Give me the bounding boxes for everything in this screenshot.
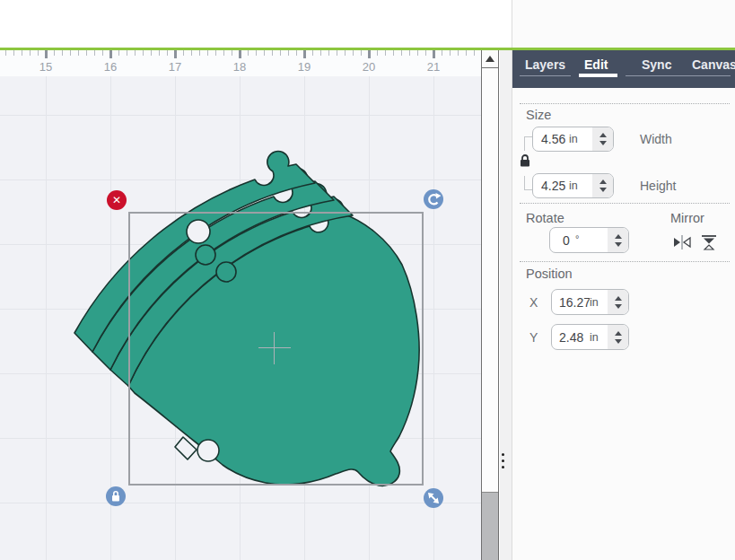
stepper-up-icon[interactable]: [615, 296, 622, 301]
tab-layers[interactable]: Layers: [525, 57, 565, 72]
width-input-box: in: [532, 127, 614, 152]
position-x-unit: in: [590, 296, 599, 309]
position-y-label: Y: [529, 330, 538, 345]
panel-drag-handle[interactable]: [502, 453, 504, 468]
toolbar-divider: [0, 48, 735, 50]
canvas-area: 15161718192021: [0, 0, 481, 560]
stepper-down-icon[interactable]: [615, 242, 622, 247]
padlock-icon: [106, 486, 126, 506]
flip-vertical-icon: [700, 233, 718, 251]
design-canvas-page: 15161718192021: [0, 0, 735, 560]
stepper-down-icon[interactable]: [615, 339, 622, 344]
position-x-label: X: [529, 295, 538, 310]
size-link-bracket: [524, 176, 532, 190]
panel-tab-bar: Layers Edit Sync Canvas: [512, 50, 735, 88]
width-input[interactable]: [533, 132, 569, 146]
position-section-label: Position: [526, 267, 573, 281]
drag-dot-icon: [502, 466, 504, 468]
rotate-handle[interactable]: [424, 189, 443, 209]
tab-sync[interactable]: Sync: [642, 57, 671, 72]
height-label: Height: [640, 179, 676, 193]
separator: [520, 103, 730, 104]
lock-handle[interactable]: [106, 486, 126, 506]
stepper-up-icon[interactable]: [599, 179, 607, 184]
height-input[interactable]: [533, 179, 569, 193]
size-link-bracket: [524, 136, 532, 151]
position-y-input[interactable]: [552, 330, 590, 345]
triangle-up-icon: [486, 56, 494, 62]
tab-edit[interactable]: Edit: [584, 57, 608, 72]
width-label: Width: [640, 132, 672, 146]
stepper-down-icon[interactable]: [599, 188, 607, 192]
size-lock-toggle[interactable]: [518, 153, 532, 168]
height-stepper[interactable]: [592, 174, 613, 197]
selection-box[interactable]: [128, 212, 424, 486]
position-y-stepper[interactable]: [608, 325, 628, 349]
flip-horizontal-icon: [672, 233, 692, 251]
tab-canvas[interactable]: Canvas: [692, 57, 735, 72]
position-x-stepper[interactable]: [608, 290, 628, 314]
diagonal-resize-icon: [424, 488, 443, 508]
rotate-unit: °: [575, 233, 579, 244]
panel-gutter: [500, 50, 512, 560]
separator: [520, 261, 730, 262]
separator: [520, 203, 730, 204]
drag-dot-icon: [502, 459, 504, 462]
rotate-ccw-icon: [424, 189, 443, 209]
drag-dot-icon: [502, 453, 504, 456]
height-input-box: in: [532, 173, 614, 198]
stepper-down-icon[interactable]: [615, 304, 622, 309]
delete-handle[interactable]: ✕: [107, 190, 127, 210]
scroll-up-button[interactable]: [482, 50, 498, 68]
width-unit: in: [569, 133, 578, 145]
tab-underline: [626, 75, 731, 76]
size-section-label: Size: [526, 108, 551, 122]
stepper-down-icon[interactable]: [599, 141, 607, 145]
rotate-stepper[interactable]: [608, 228, 628, 252]
rotate-input[interactable]: [550, 233, 575, 248]
width-stepper[interactable]: [592, 127, 613, 151]
rotate-input-box: °: [549, 227, 629, 253]
height-unit: in: [569, 179, 578, 192]
position-x-input-box: in: [551, 289, 629, 315]
vertical-scrollbar[interactable]: [481, 50, 499, 560]
stepper-up-icon[interactable]: [599, 133, 607, 137]
tab-underline: [520, 75, 571, 76]
active-tab-underline: [579, 74, 617, 77]
resize-handle[interactable]: [424, 488, 443, 508]
position-y-unit: in: [590, 331, 599, 344]
position-y-input-box: in: [551, 324, 629, 350]
mirror-vertical-button[interactable]: [697, 232, 721, 253]
stepper-up-icon[interactable]: [615, 331, 622, 336]
edit-panel: Layers Edit Sync Canvas Size in Width: [512, 0, 735, 560]
stepper-up-icon[interactable]: [615, 234, 622, 239]
x-circle-icon: ✕: [112, 195, 121, 206]
mirror-section-label: Mirror: [670, 211, 704, 225]
mirror-horizontal-button[interactable]: [670, 232, 694, 253]
scrollbar-track[interactable]: [482, 492, 498, 560]
position-x-input[interactable]: [552, 295, 590, 310]
rotate-section-label: Rotate: [526, 211, 564, 225]
